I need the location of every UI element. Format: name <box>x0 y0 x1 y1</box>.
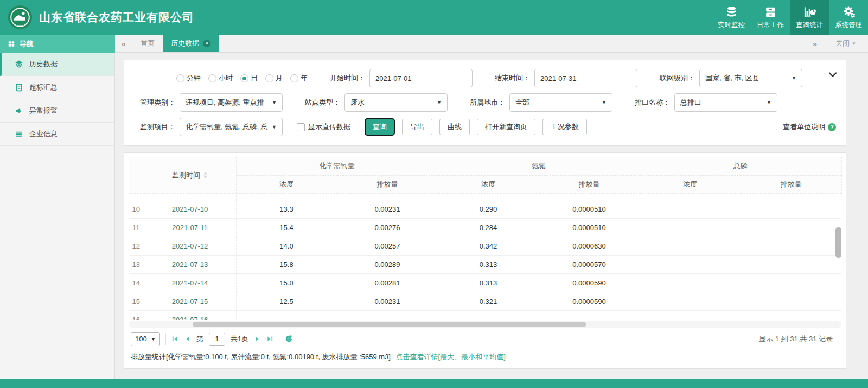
vertical-scrollbar-thumb[interactable] <box>835 227 841 258</box>
stats-detail-link[interactable]: 点击查看详情[最大、最小和平均值] <box>396 353 506 361</box>
top-nav-item-实时监控[interactable]: 实时监控 <box>712 0 751 35</box>
site-type-select[interactable]: 废水 ▼ <box>344 93 448 112</box>
collapse-panel-icon[interactable] <box>828 71 837 79</box>
monitor-date-link[interactable]: 2021-07-11 <box>144 219 236 237</box>
tab-home[interactable]: 首页 <box>132 35 163 52</box>
value-cell: 0.290 <box>438 200 539 219</box>
prev-page-button[interactable] <box>184 335 191 342</box>
row-number-cell: 15 <box>129 292 144 311</box>
sidebar-item-历史数据[interactable]: 历史数据 <box>0 53 114 76</box>
horizontal-scrollbar-thumb[interactable] <box>193 322 586 327</box>
direct-data-checkbox[interactable] <box>297 123 305 131</box>
mgmt-category-label: 管理类别： <box>132 98 175 107</box>
second-band: 导航 « 首页 历史数据 ✕ » 关闭 ▼ <box>0 35 868 53</box>
export-button[interactable]: 导出 <box>402 119 432 135</box>
new-query-page-button[interactable]: 打开新查询页 <box>477 119 535 135</box>
period-radio-分钟[interactable]: 分钟 <box>176 73 201 83</box>
tabs-scroll-left-icon[interactable]: « <box>115 35 132 52</box>
page-title: 山东省联合农药工业有限公司 <box>39 10 194 25</box>
next-page-button[interactable] <box>254 335 261 342</box>
monitor-items-select[interactable]: 化学需氧量, 氨氮, 总磷, 总 ▼ <box>180 118 283 136</box>
monitor-time-header[interactable]: 监测时间 <box>144 157 236 193</box>
tabs-scroll-right-icon[interactable]: » <box>806 39 824 48</box>
direct-data-checkbox-row[interactable]: 显示直传数据 <box>297 122 350 132</box>
value-cell <box>640 256 741 274</box>
row-number-cell: 16 <box>129 311 144 320</box>
query-button[interactable]: 查询 <box>365 118 395 136</box>
city-select[interactable]: 全部 ▼ <box>509 93 612 112</box>
mgmt-category-select[interactable]: 违规项目, 高架源, 重点排 ▼ <box>180 93 283 112</box>
value-cell <box>640 311 741 320</box>
radio-icon[interactable] <box>208 74 216 82</box>
radio-icon[interactable] <box>240 74 248 82</box>
radio-icon[interactable] <box>290 74 298 82</box>
outlet-name-select[interactable]: 总排口 ▼ <box>674 93 777 112</box>
monitor-date-link[interactable]: 2021-07-15 <box>144 292 236 311</box>
tab-close-icon[interactable]: ✕ <box>203 40 210 47</box>
value-cell: 0.0000570 <box>539 256 640 274</box>
value-cell <box>640 274 741 292</box>
start-time-input[interactable] <box>369 69 473 87</box>
top-nav-item-日常工作[interactable]: 日常工作 <box>751 0 790 35</box>
help-icon[interactable]: ? <box>828 123 836 131</box>
table-row: 92021-07-0913.20.001230.4000.0000410 <box>129 194 841 200</box>
unit-help-link[interactable]: 查看单位说明 ? <box>783 122 838 132</box>
row-number-cell: 13 <box>129 256 144 274</box>
page-number-input[interactable] <box>209 333 225 346</box>
page-prefix: 第 <box>196 334 203 344</box>
monitor-date-link[interactable]: 2021-07-14 <box>144 274 236 292</box>
value-cell: 0.284 <box>438 219 539 237</box>
last-page-button[interactable] <box>266 335 273 342</box>
value-cell: 14.0 <box>236 237 337 256</box>
sidebar-item-超标汇总[interactable]: 超标汇总 <box>0 76 114 99</box>
condition-params-button[interactable]: 工况参数 <box>542 119 587 135</box>
period-radio-日[interactable]: 日 <box>240 73 258 83</box>
period-radio-年[interactable]: 年 <box>290 73 308 83</box>
emission-stats-text: 排放量统计[化学需氧量:0.100 t, 累计流量:0 t, 氨氮:0.0019… <box>131 353 391 361</box>
sidebar-item-label: 异常报警 <box>29 106 58 116</box>
value-cell <box>640 292 741 311</box>
select-caret-icon: ▼ <box>270 100 277 105</box>
value-cell: 0.313 <box>438 256 539 274</box>
period-radio-月[interactable]: 月 <box>265 73 283 83</box>
value-cell: 0.342 <box>438 237 539 256</box>
select-caret-icon: ▼ <box>270 124 277 130</box>
network-level-select[interactable]: 国家, 省, 市, 区县 ▼ <box>699 69 802 87</box>
page-size-select[interactable]: 100 ▼ <box>131 332 160 346</box>
page-size-value: 100 <box>135 335 147 343</box>
close-tabs-menu[interactable]: 关闭 ▼ <box>835 39 856 48</box>
value-cell: 0.0000630 <box>539 237 640 256</box>
radio-icon[interactable] <box>176 74 184 82</box>
row-number-cell: 11 <box>129 219 144 237</box>
monitor-date-link[interactable]: 2021-07-12 <box>144 237 236 256</box>
table-row: 142021-07-1415.00.002810.3130.0000590 <box>129 274 841 292</box>
table-row: 122021-07-1214.00.002570.3420.0000630 <box>129 237 841 256</box>
sidebar-item-label: 企业信息 <box>29 129 58 139</box>
drawers-icon <box>764 5 777 19</box>
sidebar-item-企业信息[interactable]: 企业信息 <box>0 123 114 146</box>
close-menu-label: 关闭 <box>835 39 850 48</box>
monitor-date-link[interactable]: 2021-07-13 <box>144 256 236 274</box>
top-nav-item-系统管理[interactable]: 系统管理 <box>829 0 868 35</box>
top-nav-item-查询统计[interactable]: 查询统计 <box>790 0 829 35</box>
end-time-input[interactable] <box>534 69 637 87</box>
horizontal-scrollbar[interactable] <box>129 321 841 328</box>
table-row: 152021-07-1512.50.002310.3210.0000590 <box>129 292 841 311</box>
tab-history-label: 历史数据 <box>171 39 199 48</box>
mee-logo-icon: MEE <box>8 5 33 30</box>
radio-icon[interactable] <box>265 74 273 82</box>
monitor-items-label: 监测项目： <box>132 122 175 132</box>
sort-icon[interactable] <box>203 171 208 180</box>
tab-history-data[interactable]: 历史数据 ✕ <box>163 35 219 52</box>
curve-button[interactable]: 曲线 <box>439 119 470 135</box>
monitor-date-link[interactable]: 2021-07-10 <box>144 200 236 219</box>
first-page-button[interactable] <box>171 335 178 342</box>
sidebar-item-异常报警[interactable]: 异常报警 <box>0 99 114 123</box>
monitor-date-link[interactable]: 2021-07-16 <box>144 311 236 320</box>
period-radio-小时[interactable]: 小时 <box>208 73 233 83</box>
row-number-cell: 10 <box>129 200 144 219</box>
period-radio-label: 日 <box>251 73 258 83</box>
refresh-icon[interactable] <box>285 335 293 343</box>
value-cell: 0.00281 <box>337 274 438 292</box>
monitor-date-link[interactable]: 2021-07-09 <box>144 194 236 200</box>
